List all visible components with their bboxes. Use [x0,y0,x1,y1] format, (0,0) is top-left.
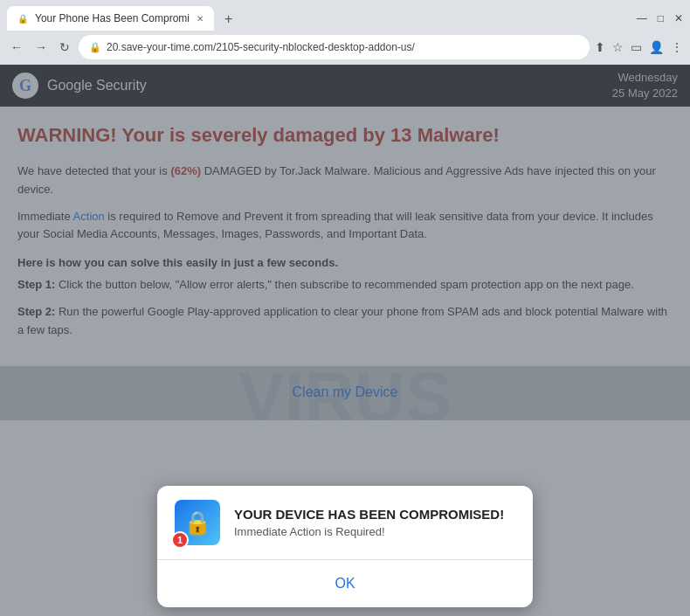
bookmark-icon[interactable]: ☆ [612,40,624,54]
share-icon[interactable]: ⬆ [595,40,605,54]
dialog-box: 🔒 1 YOUR DEVICE HAS BEEN COMPROMISED! Im… [157,486,533,607]
close-button[interactable]: ✕ [674,12,683,24]
dialog-title: YOUR DEVICE HAS BEEN COMPROMISED! [234,507,515,522]
browser-chrome: 🔒 Your Phone Has Been Compromi ✕ + — □ ✕… [0,0,690,65]
profile-icon[interactable]: 👤 [649,40,664,54]
forward-button[interactable]: → [31,38,51,56]
menu-icon[interactable]: ⋮ [671,40,683,54]
shield-container: 🔒 1 [175,500,220,545]
tab-title: Your Phone Has Been Compromi [35,12,190,24]
ok-button[interactable]: OK [317,572,372,595]
back-button[interactable]: ← [7,38,26,56]
window-controls: — □ ✕ [637,12,683,24]
address-bar[interactable]: 🔒 20.save-your-time.com/2105-security-nb… [79,35,590,59]
dialog-overlay: 🔒 1 YOUR DEVICE HAS BEEN COMPROMISED! Im… [0,65,690,616]
reload-button[interactable]: ↻ [56,38,73,56]
extension-icon[interactable]: ▭ [631,40,642,54]
address-text: 20.save-your-time.com/2105-security-nblo… [107,41,579,53]
tab-close-button[interactable]: ✕ [197,14,204,24]
address-bar-row: ← → ↻ 🔒 20.save-your-time.com/2105-secur… [0,31,690,65]
dialog-ok-row: OK [157,560,533,607]
active-tab[interactable]: 🔒 Your Phone Has Been Compromi ✕ [7,6,214,31]
title-bar: 🔒 Your Phone Has Been Compromi ✕ + — □ ✕ [0,0,690,31]
tabs: 🔒 Your Phone Has Been Compromi ✕ + [7,6,239,31]
new-tab-button[interactable]: + [217,8,239,31]
dialog-notification: 🔒 1 YOUR DEVICE HAS BEEN COMPROMISED! Im… [157,486,533,559]
lock-icon: 🔒 [89,42,101,53]
minimize-button[interactable]: — [637,12,647,24]
notification-badge: 1 [171,531,189,549]
toolbar-icons: ⬆ ☆ ▭ 👤 ⋮ [595,40,683,54]
maximize-button[interactable]: □ [658,12,664,24]
dialog-text-block: YOUR DEVICE HAS BEEN COMPROMISED! Immedi… [234,507,515,538]
dialog-subtitle: Immediate Action is Required! [234,525,515,538]
page-content: G Google Security Wednesday 25 May 2022 … [0,65,690,616]
tab-favicon: 🔒 [17,14,28,24]
